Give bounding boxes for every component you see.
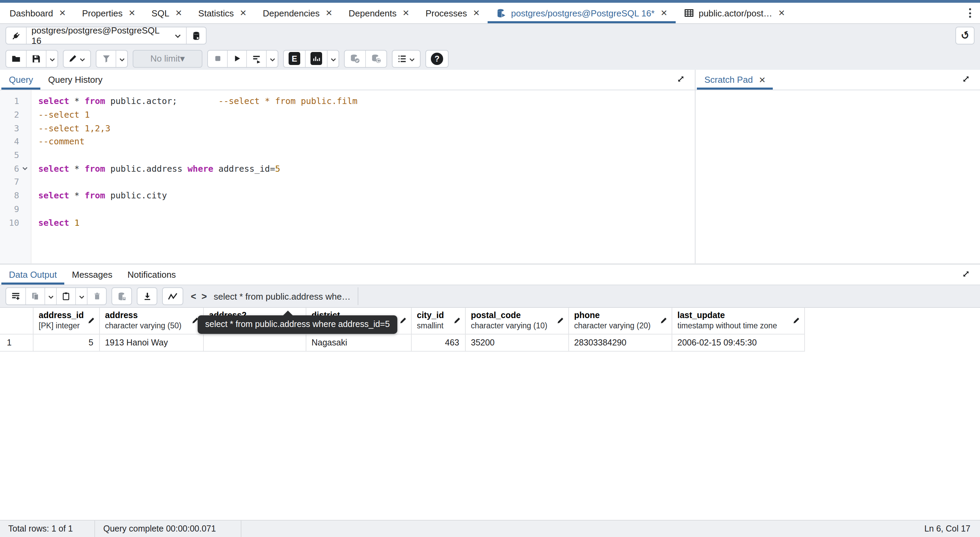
new-connection-button[interactable]	[186, 27, 206, 44]
close-icon[interactable]: ×	[403, 8, 409, 19]
rollback-button[interactable]	[365, 50, 387, 67]
close-icon[interactable]: ×	[759, 74, 765, 85]
add-row-button[interactable]	[6, 288, 25, 304]
execute-button[interactable]	[227, 50, 246, 67]
tabbar-overflow-menu-icon[interactable]	[962, 3, 977, 23]
tab-statistics[interactable]: Statistics×	[190, 3, 255, 23]
delete-row-button[interactable]	[87, 288, 106, 304]
chevron-down-icon	[174, 30, 181, 41]
execute-options-button[interactable]	[246, 50, 266, 67]
scratch-pad-expand-button[interactable]	[953, 70, 978, 89]
commit-button[interactable]	[345, 50, 365, 67]
table-row[interactable]: 151913 Hanoi WayNagasaki4633520028303384…	[0, 334, 804, 351]
edit-column-icon[interactable]	[556, 315, 564, 327]
explain-button[interactable]: E	[284, 50, 305, 67]
scratch-pad-textarea[interactable]	[695, 90, 980, 263]
help-button[interactable]: ?	[426, 50, 448, 67]
filter-button[interactable]	[96, 50, 116, 67]
tab-scratch-pad[interactable]: Scratch Pad ×	[697, 70, 773, 89]
tab-dependencies[interactable]: Dependencies×	[255, 3, 340, 23]
cell-address[interactable]: 1913 Hanoi Way	[99, 334, 203, 351]
paste-button[interactable]	[56, 288, 75, 304]
close-icon[interactable]: ×	[326, 8, 332, 19]
tab-properties[interactable]: Properties×	[74, 3, 143, 23]
column-header-last-update[interactable]: last_updatetimestamp without time zone	[671, 308, 804, 334]
tab-messages[interactable]: Messages	[64, 265, 120, 285]
save-data-changes-button[interactable]	[112, 288, 131, 304]
close-icon[interactable]: ×	[473, 8, 480, 19]
save-file-button[interactable]	[26, 50, 46, 67]
close-icon[interactable]: ×	[661, 8, 667, 19]
column-header-address[interactable]: addresscharacter varying (50)	[99, 308, 203, 334]
edit-column-icon[interactable]	[792, 315, 800, 327]
close-icon[interactable]: ×	[59, 8, 66, 19]
code-line-2[interactable]: --select 1	[32, 108, 695, 121]
copy-button[interactable]	[25, 288, 45, 304]
code-line-4[interactable]: --comment	[32, 135, 695, 148]
sql-editor[interactable]: 12345678910 select * from public.actor; …	[0, 90, 695, 263]
edit-column-icon[interactable]	[399, 315, 407, 327]
connection-select[interactable]: postgres/postgres@PostgreSQL 16	[26, 27, 186, 44]
tab-label: Dependencies	[263, 8, 320, 18]
tab-processes[interactable]: Processes×	[417, 3, 488, 23]
cell-last-update[interactable]: 2006-02-15 09:45:30	[671, 334, 804, 351]
graph-visualiser-button[interactable]	[163, 288, 183, 304]
edit-column-icon[interactable]	[87, 315, 95, 327]
code-line-3[interactable]: --select 1,2,3	[32, 121, 695, 135]
save-results-button[interactable]	[137, 288, 157, 304]
edit-button[interactable]	[64, 50, 90, 67]
tab-postgres-postgres-postgresql-16[interactable]: postgres/postgres@PostgreSQL 16*×	[488, 3, 676, 23]
column-header-address-id[interactable]: address_id[PK] integer	[33, 308, 99, 334]
code-line-5[interactable]	[32, 148, 695, 162]
tab-dependents[interactable]: Dependents×	[340, 3, 417, 23]
filter-options-button[interactable]	[116, 50, 127, 67]
cell-city-id[interactable]: 463	[411, 334, 465, 351]
cell-address2[interactable]	[203, 334, 306, 351]
code-line-8[interactable]: select * from public.city	[32, 189, 695, 202]
tab-public-actor-post[interactable]: public.actor/post…×	[675, 3, 793, 23]
help-group: ?	[425, 49, 449, 67]
close-icon[interactable]: ×	[129, 8, 135, 19]
expand-icon	[961, 269, 970, 281]
connection-status-button[interactable]	[6, 27, 26, 44]
paste-options-button[interactable]	[75, 288, 87, 304]
cell-phone[interactable]: 28303384290	[568, 334, 671, 351]
tab-dashboard[interactable]: Dashboard×	[2, 3, 74, 23]
column-header-postal-code[interactable]: postal_codecharacter varying (10)	[465, 308, 568, 334]
row-number-cell[interactable]: 1	[0, 334, 33, 351]
save-options-button[interactable]	[46, 50, 57, 67]
code-line-6[interactable]: select * from public.address where addre…	[32, 162, 695, 175]
stop-button[interactable]	[208, 50, 227, 67]
cell-address-id[interactable]: 5	[33, 334, 99, 351]
close-icon[interactable]: ×	[175, 8, 182, 19]
close-icon[interactable]: ×	[779, 8, 785, 19]
column-header-city-id[interactable]: city_idsmallint	[411, 308, 465, 334]
close-icon[interactable]: ×	[240, 8, 247, 19]
tab-sql[interactable]: SQL×	[143, 3, 190, 23]
tab-notifications[interactable]: Notifications	[120, 265, 184, 285]
execute-options-chevron[interactable]	[266, 50, 278, 67]
reset-layout-button[interactable]: ↺	[955, 27, 975, 45]
code-line-9[interactable]	[32, 202, 695, 215]
tab-data-output[interactable]: Data Output	[2, 265, 64, 285]
code-line-7[interactable]	[32, 175, 695, 188]
cell-postal-code[interactable]: 35200	[465, 334, 568, 351]
results-expand-button[interactable]	[953, 265, 978, 285]
query-panel-expand-button[interactable]	[668, 70, 694, 89]
explain-options-chevron[interactable]	[327, 50, 339, 67]
macros-button[interactable]	[393, 50, 420, 67]
column-header-phone[interactable]: phonecharacter varying (20)	[568, 308, 671, 334]
fold-chevron-icon[interactable]	[19, 166, 31, 171]
tab-query[interactable]: Query	[2, 70, 41, 89]
code-line-1[interactable]: select * from public.actor; --select * f…	[32, 94, 695, 108]
row-limit-select[interactable]: No limit ▼	[134, 50, 202, 67]
tab-query-history[interactable]: Query History	[41, 70, 110, 89]
copy-options-button[interactable]	[45, 288, 56, 304]
editor-code[interactable]: select * from public.actor; --select * f…	[32, 90, 695, 263]
code-line-10[interactable]: select 1	[32, 215, 695, 229]
edit-column-icon[interactable]	[453, 315, 461, 327]
open-file-button[interactable]	[6, 50, 26, 67]
cell-district[interactable]: Nagasaki	[306, 334, 411, 351]
explain-analyze-button[interactable]	[305, 50, 327, 67]
edit-column-icon[interactable]	[660, 315, 667, 327]
